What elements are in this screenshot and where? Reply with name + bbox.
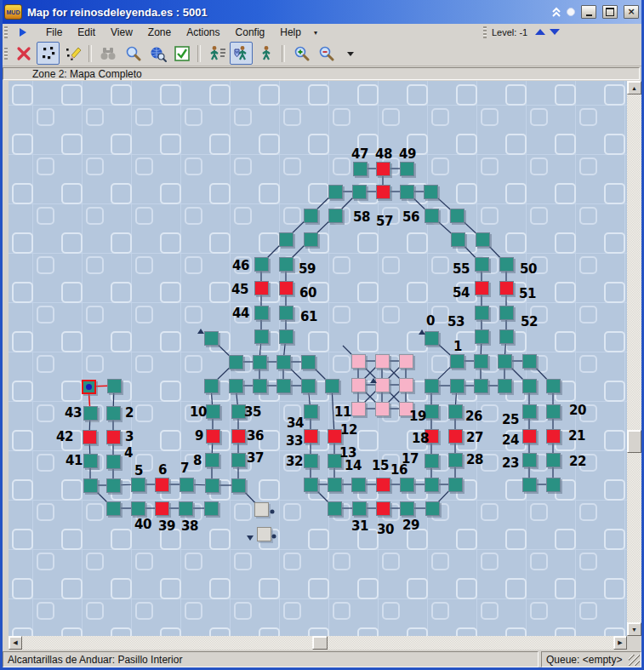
- menu-edit[interactable]: Edit: [70, 25, 103, 40]
- menu-help[interactable]: Help: [272, 25, 309, 40]
- map-room[interactable]: [399, 378, 413, 392]
- map-room[interactable]: [376, 501, 390, 516]
- map-room[interactable]: [353, 162, 368, 176]
- map-room[interactable]: [448, 453, 463, 467]
- map-room[interactable]: [204, 379, 219, 393]
- map-room[interactable]: [325, 379, 339, 393]
- map-room[interactable]: [475, 329, 489, 344]
- map-room[interactable]: [351, 378, 366, 392]
- map-room[interactable]: [180, 478, 194, 492]
- map-room[interactable]: [400, 478, 414, 492]
- map-room[interactable]: [522, 354, 537, 369]
- map-room[interactable]: [351, 354, 366, 369]
- map-room[interactable]: [448, 404, 463, 419]
- walk-here-button[interactable]: [254, 42, 277, 65]
- map-room[interactable]: [546, 453, 561, 467]
- map-room[interactable]: [522, 404, 537, 419]
- map-room[interactable]: [106, 455, 121, 469]
- map-room[interactable]: [254, 502, 269, 517]
- menubar-grip[interactable]: [4, 26, 8, 38]
- map-room[interactable]: [475, 306, 489, 320]
- scroll-up-button[interactable]: ▲: [627, 81, 641, 94]
- map-room[interactable]: [448, 429, 463, 444]
- map-room[interactable]: [106, 406, 121, 421]
- map-room[interactable]: [131, 478, 145, 492]
- menu-file[interactable]: File: [38, 25, 70, 40]
- map-room[interactable]: [474, 379, 488, 393]
- map-room[interactable]: [155, 501, 169, 516]
- scroll-right-button[interactable]: ▶: [613, 636, 627, 650]
- map-room[interactable]: [254, 257, 269, 272]
- map-room[interactable]: [376, 185, 390, 199]
- map-room[interactable]: [351, 478, 366, 492]
- map-room[interactable]: [375, 402, 390, 416]
- map-room[interactable]: [304, 478, 318, 492]
- map-room[interactable]: [375, 354, 390, 369]
- map-room[interactable]: [476, 232, 490, 247]
- map-room[interactable]: [474, 354, 488, 369]
- menu-overflow-icon[interactable]: ▾: [309, 29, 322, 37]
- magnify-button[interactable]: [121, 42, 144, 65]
- map-room[interactable]: [107, 379, 122, 393]
- map-room[interactable]: [254, 281, 269, 295]
- speedwalk-list-button[interactable]: [205, 42, 228, 65]
- map-room[interactable]: [301, 355, 316, 369]
- map-room[interactable]: [352, 185, 367, 199]
- scroll-down-button[interactable]: ▼: [627, 622, 641, 636]
- map-room[interactable]: [279, 281, 294, 295]
- clear-map-button[interactable]: [12, 42, 35, 65]
- map-room[interactable]: [400, 501, 414, 516]
- map-room[interactable]: [375, 378, 390, 392]
- map-room[interactable]: [279, 232, 294, 247]
- map-room-current[interactable]: [82, 380, 96, 394]
- map-room[interactable]: [106, 501, 121, 516]
- menu-view[interactable]: View: [103, 25, 140, 40]
- run-arrow-icon[interactable]: [20, 28, 26, 37]
- map-room[interactable]: [204, 331, 219, 346]
- map-room[interactable]: [83, 454, 98, 468]
- map-viewport[interactable]: 4748495857564659456044615550545153520143…: [9, 81, 627, 636]
- map-room[interactable]: [499, 306, 514, 320]
- map-room[interactable]: [257, 527, 271, 541]
- level-down-button[interactable]: [547, 26, 561, 38]
- world-view-button[interactable]: [145, 42, 168, 65]
- map-room[interactable]: [546, 478, 561, 492]
- map-room[interactable]: [376, 478, 390, 492]
- horizontal-scrollbar[interactable]: ◀ ▶: [9, 636, 627, 650]
- map-room[interactable]: [131, 501, 145, 516]
- map-room[interactable]: [205, 478, 219, 493]
- menu-actions[interactable]: Actions: [179, 25, 227, 40]
- toolbar-grip[interactable]: [4, 48, 8, 60]
- map-room[interactable]: [276, 379, 291, 393]
- map-room[interactable]: [231, 478, 246, 493]
- map-room[interactable]: [352, 501, 367, 516]
- minimize-button[interactable]: [581, 5, 596, 19]
- map-room[interactable]: [301, 379, 316, 393]
- map-room[interactable]: [351, 402, 366, 416]
- map-room[interactable]: [425, 209, 439, 223]
- map-room[interactable]: [450, 209, 464, 223]
- map-room[interactable]: [498, 379, 512, 393]
- map-room[interactable]: [522, 429, 537, 444]
- map-room[interactable]: [425, 404, 439, 419]
- map-room[interactable]: [204, 501, 219, 516]
- map-room[interactable]: [206, 429, 220, 444]
- map-room[interactable]: [205, 453, 219, 467]
- map-room[interactable]: [279, 329, 294, 344]
- map-room[interactable]: [450, 354, 464, 369]
- map-room[interactable]: [253, 355, 267, 369]
- map-room[interactable]: [279, 306, 294, 320]
- map-room[interactable]: [254, 306, 269, 320]
- map-room[interactable]: [425, 379, 439, 393]
- map-room[interactable]: [328, 501, 342, 516]
- map-room[interactable]: [304, 454, 318, 468]
- map-room[interactable]: [475, 281, 489, 295]
- level-toolbar-grip[interactable]: [483, 26, 487, 38]
- map-room[interactable]: [399, 354, 413, 369]
- map-room[interactable]: [448, 478, 463, 492]
- map-room[interactable]: [106, 430, 121, 444]
- vertical-scrollbar[interactable]: ▲ ▼: [627, 81, 641, 636]
- map-room[interactable]: [546, 429, 561, 444]
- title-bar[interactable]: MUD Map for reinosdeleyenda.es : 5001 ×: [0, 0, 644, 24]
- map-room[interactable]: [155, 478, 169, 492]
